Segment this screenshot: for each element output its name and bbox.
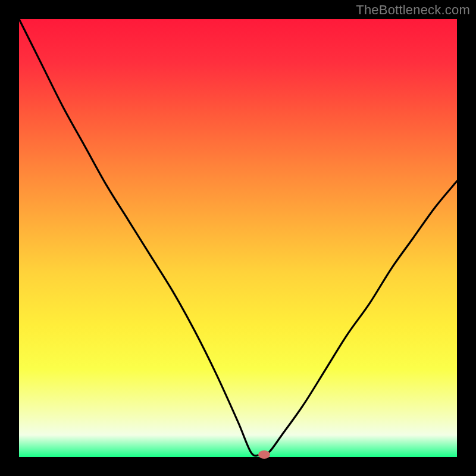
optimal-point-marker <box>258 450 270 459</box>
chart-frame: TheBottleneck.com <box>0 0 476 476</box>
plot-area <box>19 19 457 457</box>
bottleneck-curve <box>19 19 457 457</box>
watermark-label: TheBottleneck.com <box>356 2 470 18</box>
